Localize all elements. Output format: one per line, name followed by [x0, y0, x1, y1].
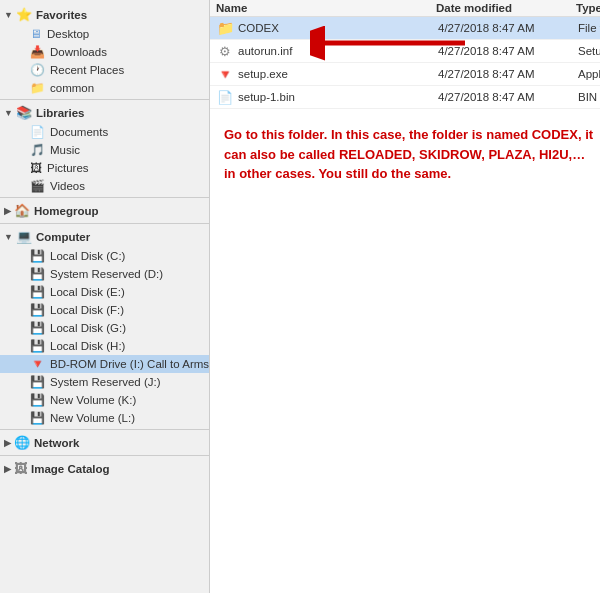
- sidebar-item-bdrom-drive[interactable]: 🔻 BD-ROM Drive (I:) Call to Arms: [0, 355, 209, 373]
- sidebar-item-label: Pictures: [47, 162, 89, 174]
- sidebar-item-label: Local Disk (F:): [50, 304, 124, 316]
- divider: [0, 429, 209, 430]
- home-icon: 🏠: [14, 203, 30, 218]
- sidebar-group-computer[interactable]: ▼ 💻 Computer: [0, 226, 209, 247]
- sidebar-item-local-disk-c[interactable]: 💾 Local Disk (C:): [0, 247, 209, 265]
- sidebar-section-libraries: ▼ 📚 Libraries 📄 Documents 🎵 Music 🖼 Pict…: [0, 102, 209, 195]
- pictures-icon: 🖼: [30, 161, 42, 175]
- sidebar-item-common[interactable]: 📁 common: [0, 79, 209, 97]
- sidebar-section-image-catalog: ▶ 🖼 Image Catalog: [0, 458, 209, 479]
- sidebar-item-label: Local Disk (E:): [50, 286, 125, 298]
- desktop-icon: 🖥: [30, 27, 42, 41]
- sidebar-item-pictures[interactable]: 🖼 Pictures: [0, 159, 209, 177]
- star-icon: ⭐: [16, 7, 32, 22]
- sidebar-item-local-disk-h[interactable]: 💾 Local Disk (H:): [0, 337, 209, 355]
- sidebar-item-local-disk-g[interactable]: 💾 Local Disk (G:): [0, 319, 209, 337]
- dvd-icon: 🔻: [30, 357, 45, 371]
- exe-icon: 🔻: [216, 66, 234, 82]
- disk-icon: 💾: [30, 303, 45, 317]
- sidebar-group-favorites[interactable]: ▼ ⭐ Favorites: [0, 4, 209, 25]
- sidebar-item-desktop[interactable]: 🖥 Desktop: [0, 25, 209, 43]
- homegroup-label: Homegroup: [34, 205, 99, 217]
- sidebar-item-label: common: [50, 82, 94, 94]
- column-type-header[interactable]: Type: [576, 2, 600, 14]
- sidebar-item-new-volume-l[interactable]: 💾 New Volume (L:): [0, 409, 209, 427]
- file-row[interactable]: 📁 CODEX 4/27/2018 8:47 AM File f: [210, 17, 600, 40]
- file-row[interactable]: ⚙ autorun.inf 4/27/2018 8:47 AM Setup: [210, 40, 600, 63]
- computer-label: Computer: [36, 231, 90, 243]
- computer-icon: 💻: [16, 229, 32, 244]
- sidebar-item-new-volume-k[interactable]: 💾 New Volume (K:): [0, 391, 209, 409]
- folder-icon: 📁: [216, 20, 234, 36]
- sidebar-group-network[interactable]: ▶ 🌐 Network: [0, 432, 209, 453]
- library-icon: 📚: [16, 105, 32, 120]
- network-label: Network: [34, 437, 79, 449]
- sidebar-group-image-catalog[interactable]: ▶ 🖼 Image Catalog: [0, 458, 209, 479]
- sidebar-item-label: Documents: [50, 126, 108, 138]
- catalog-icon: 🖼: [14, 461, 27, 476]
- recent-icon: 🕐: [30, 63, 45, 77]
- music-icon: 🎵: [30, 143, 45, 157]
- annotation-box: Go to this folder. In this case, the fol…: [216, 113, 600, 192]
- sidebar-item-music[interactable]: 🎵 Music: [0, 141, 209, 159]
- divider: [0, 223, 209, 224]
- disk-icon: 💾: [30, 267, 45, 281]
- column-headers: Name Date modified Type: [210, 0, 600, 17]
- sidebar-section-computer: ▼ 💻 Computer 💾 Local Disk (C:) 💾 System …: [0, 226, 209, 427]
- sidebar-section-homegroup: ▶ 🏠 Homegroup: [0, 200, 209, 221]
- sidebar-item-label: Videos: [50, 180, 85, 192]
- sidebar-item-system-reserved-d[interactable]: 💾 System Reserved (D:): [0, 265, 209, 283]
- sidebar-item-local-disk-e[interactable]: 💾 Local Disk (E:): [0, 283, 209, 301]
- file-row[interactable]: 🔻 setup.exe 4/27/2018 8:47 AM Appli: [210, 63, 600, 86]
- sidebar-item-label: Downloads: [50, 46, 107, 58]
- sidebar-item-system-reserved-j[interactable]: 💾 System Reserved (J:): [0, 373, 209, 391]
- column-date-header[interactable]: Date modified: [436, 2, 576, 14]
- sidebar-section-network: ▶ 🌐 Network: [0, 432, 209, 453]
- file-list-container: 📁 CODEX 4/27/2018 8:47 AM File f ⚙ autor…: [210, 17, 600, 109]
- sidebar-item-label: BD-ROM Drive (I:) Call to Arms: [50, 358, 209, 370]
- main-content: Name Date modified Type 📁 CODEX 4/27/201…: [210, 0, 600, 593]
- disk-icon: 💾: [30, 321, 45, 335]
- sidebar-item-label: System Reserved (J:): [50, 376, 161, 388]
- arrow-icon: ▼: [4, 10, 13, 20]
- annotation-text: Go to this folder. In this case, the fol…: [224, 125, 600, 184]
- image-catalog-label: Image Catalog: [31, 463, 110, 475]
- disk-icon: 💾: [30, 411, 45, 425]
- divider: [0, 99, 209, 100]
- sidebar-item-label: Local Disk (G:): [50, 322, 126, 334]
- file-date: 4/27/2018 8:47 AM: [438, 68, 578, 80]
- libraries-label: Libraries: [36, 107, 85, 119]
- disk-icon: 💾: [30, 285, 45, 299]
- file-row[interactable]: 📄 setup-1.bin 4/27/2018 8:47 AM BIN F: [210, 86, 600, 109]
- sidebar-item-recent[interactable]: 🕐 Recent Places: [0, 61, 209, 79]
- column-name-header[interactable]: Name: [216, 2, 436, 14]
- sidebar-item-label: New Volume (K:): [50, 394, 136, 406]
- sidebar-item-documents[interactable]: 📄 Documents: [0, 123, 209, 141]
- sidebar-item-local-disk-f[interactable]: 💾 Local Disk (F:): [0, 301, 209, 319]
- file-name: autorun.inf: [238, 45, 438, 57]
- sidebar-item-downloads[interactable]: 📥 Downloads: [0, 43, 209, 61]
- file-date: 4/27/2018 8:47 AM: [438, 45, 578, 57]
- file-type: Setup: [578, 45, 600, 57]
- disk-icon: 💾: [30, 339, 45, 353]
- file-date: 4/27/2018 8:47 AM: [438, 91, 578, 103]
- file-date: 4/27/2018 8:47 AM: [438, 22, 578, 34]
- file-type: Appli: [578, 68, 600, 80]
- file-list: 📁 CODEX 4/27/2018 8:47 AM File f ⚙ autor…: [210, 17, 600, 109]
- sidebar-group-libraries[interactable]: ▼ 📚 Libraries: [0, 102, 209, 123]
- settings-icon: ⚙: [216, 43, 234, 59]
- network-icon: 🌐: [14, 435, 30, 450]
- disk-icon: 💾: [30, 375, 45, 389]
- file-name: CODEX: [238, 22, 438, 34]
- sidebar-item-videos[interactable]: 🎬 Videos: [0, 177, 209, 195]
- disk-icon: 💾: [30, 249, 45, 263]
- file-name: setup.exe: [238, 68, 438, 80]
- sidebar-item-label: Recent Places: [50, 64, 124, 76]
- disk-icon: 💾: [30, 393, 45, 407]
- file-type: BIN F: [578, 91, 600, 103]
- arrow-icon: ▼: [4, 108, 13, 118]
- downloads-icon: 📥: [30, 45, 45, 59]
- favorites-label: Favorites: [36, 9, 87, 21]
- arrow-icon: ▶: [4, 206, 11, 216]
- sidebar-group-homegroup[interactable]: ▶ 🏠 Homegroup: [0, 200, 209, 221]
